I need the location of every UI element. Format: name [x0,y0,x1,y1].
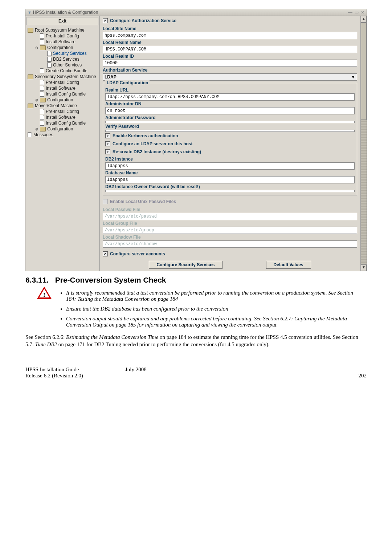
tree-toggle-icon[interactable]: ⊖ [35,46,38,50]
tree-item[interactable]: Secondary Subsystem Machine [27,74,99,80]
tree-item[interactable]: Security Services [27,50,99,56]
enable-local-passwd-check[interactable]: Enable Local Unix Passwd Files [103,198,357,206]
configure-server-accounts-check[interactable]: Configure server accounts [103,248,357,259]
para-italic: Tune DB2 [35,341,57,347]
tree-item[interactable]: Create Config Bundle [27,68,99,74]
tree-item[interactable]: ⊖Configuration [27,45,99,50]
file-icon [40,109,44,114]
local-realm-id-label: Local Realm ID [103,53,357,60]
scroll-up-icon[interactable]: ▲ [361,16,367,23]
tree-item-label: Configuration [47,97,73,102]
tree-item[interactable]: Pre-Install Config [27,80,99,85]
tree-item[interactable]: Install Software [27,114,99,120]
footer-date: July 2008 [125,366,147,372]
tree-item[interactable]: Messages [27,132,99,138]
checkbox-icon [103,199,108,204]
folder-icon [28,104,33,108]
para-italic: Estimating the Metadata Conversion Time [66,334,158,340]
tree-item-label: Install Config Bundle [46,121,86,126]
checkbox-icon [105,141,110,146]
tree-item[interactable]: Install Config Bundle [27,91,99,97]
admin-dn-input[interactable]: cn=root [105,107,355,114]
db2-instance-input[interactable]: ldaphpss [105,162,355,170]
tree-item-label: Mover/Client Machine [35,103,77,108]
local-passwd-file-input: /var/hpss/etc/passwd [103,213,357,220]
configure-ldap-host-check[interactable]: Configure an LDAP server on this host [105,140,355,148]
local-realm-name-label: Local Realm Name [103,39,357,46]
maximize-icon[interactable]: ▭ [355,10,359,15]
exit-button[interactable]: Exit [26,17,98,25]
folder-icon [40,127,46,131]
tree-item[interactable]: Install Software [27,39,99,45]
file-icon [40,86,44,91]
configure-auth-service-check[interactable]: Configure Authorization Service [103,17,357,25]
database-name-input[interactable]: ldaphpss [105,176,355,183]
local-site-name-input[interactable]: hpss.company.com [103,32,357,39]
db2-instance-label: DB2 Instance [105,156,355,162]
db2-owner-pw-input[interactable] [105,190,355,192]
tree-toggle-icon[interactable]: ⊕ [35,98,38,102]
close-icon[interactable]: ✕ [361,10,364,15]
file-icon [47,51,52,56]
tree-item-label: DB2 Services [53,57,79,62]
realm-url-input[interactable]: ldap://hpss.company.com/cn=HPSS.COMPANY.… [105,93,355,101]
scroll-down-icon[interactable]: ▼ [361,264,367,271]
folder-icon [28,74,33,79]
footer-left1: HPSS Installation Guide [25,366,79,372]
file-icon [47,57,52,62]
file-icon [40,33,44,39]
tree-item[interactable]: Pre-Install Config [27,109,99,114]
tree-item[interactable]: Install Config Bundle [27,120,99,126]
footer-title: HPSS Installation Guide July 2008 [25,366,147,373]
scroll-thumb[interactable] [361,23,367,120]
folder-icon [28,28,33,33]
configure-security-services-button[interactable]: Configure Security Services [149,261,222,269]
local-site-name-label: Local Site Name [103,25,357,32]
para-text: on page 171 for DB2 Tuning needed prior … [57,341,270,347]
tree-item[interactable]: Pre-Install Config [27,33,99,39]
realm-url-label: Realm URL [105,87,355,93]
recreate-db2-check[interactable]: Re-create DB2 Instance (destroys existin… [105,148,355,156]
tree-item-label: Configuration [47,126,73,131]
para-text: See Section 6.2.6: [25,334,66,340]
tree-item[interactable]: ⊕Configuration [27,97,99,103]
default-values-button[interactable]: Default Values [266,261,311,269]
app-window: ▼ HPSS Installation & Configuration — ▭ … [25,9,367,271]
tree-toggle-icon[interactable]: ⊕ [35,127,38,131]
tree-item[interactable]: Mover/Client Machine [27,103,99,109]
file-icon [47,62,52,68]
window-title: HPSS Installation & Configuration [33,10,98,15]
admin-pw-label: Administrator Password [105,114,355,121]
folder-icon [40,98,46,102]
titlebar-app-icon: ▼ [28,10,32,15]
tree-item[interactable]: Other Services [27,62,99,68]
enable-kerberos-check[interactable]: Enable Kerberos authentication [105,132,355,140]
database-name-label: Database Name [105,170,355,176]
tree-item-label: Pre-Install Config [46,33,79,39]
tree-item-label: Messages [33,132,53,137]
db2-owner-pw-label: DB2 Instance Owner Password (will be res… [105,183,355,190]
tree-item-label: Install Software [46,86,75,91]
scroll-track[interactable] [361,23,367,264]
tree-item[interactable]: Root Subsystem Machine [27,27,99,33]
tree-item[interactable]: DB2 Services [27,56,99,62]
local-realm-id-input[interactable]: 10000 [103,60,357,67]
enable-kerberos-label: Enable Kerberos authentication [113,133,178,138]
file-icon [40,121,44,126]
file-icon [40,115,44,120]
tree-item-label: Pre-Install Config [46,109,79,114]
tree-item[interactable]: ⊕Configuration [27,126,99,132]
enable-local-passwd-label: Enable Local Unix Passwd Files [110,199,176,204]
titlebar: ▼ HPSS Installation & Configuration — ▭ … [25,9,367,16]
vertical-scrollbar[interactable]: ▲ ▼ [360,16,367,271]
local-realm-name-input[interactable]: HPSS.COMPANY.COM [103,46,357,53]
minimize-icon[interactable]: — [348,10,352,15]
footer-release: Release 6.2 (Revision 2.0) [25,373,147,379]
file-icon [28,132,32,137]
page-number: 202 [359,373,367,379]
tree-item[interactable]: Install Software [27,85,99,91]
configure-auth-service-label: Configure Authorization Service [110,18,176,23]
recreate-db2-label: Re-create DB2 Instance (destroys existin… [113,149,201,154]
auth-service-dropdown[interactable]: LDAP ▼ [103,73,357,81]
local-shadow-file-input: /var/hpss/etc/shadow [103,240,357,248]
